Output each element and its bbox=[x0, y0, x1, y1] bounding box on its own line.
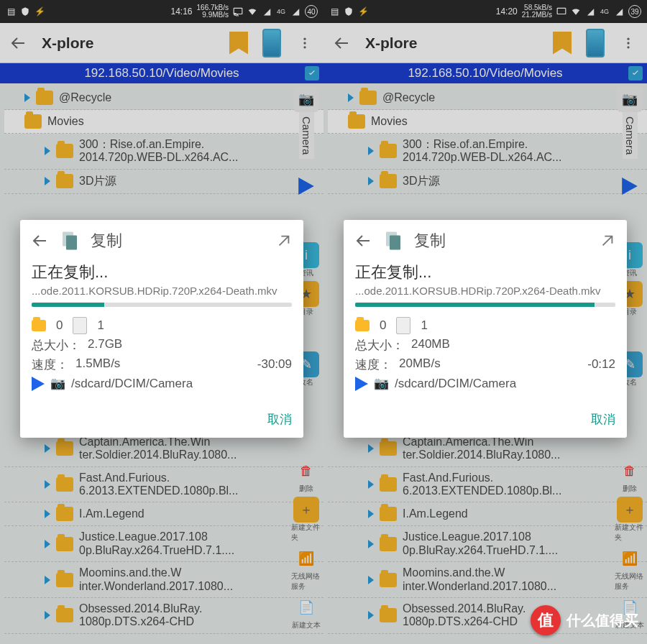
copy-filename: ...ode.2011.KORSUB.HDRip.720P.x264-Death… bbox=[355, 285, 615, 297]
file-count: 1 bbox=[421, 318, 427, 333]
size-label: 总大小： bbox=[355, 337, 404, 354]
speed-label: 速度： bbox=[32, 356, 68, 373]
copy-status: 正在复制... bbox=[32, 262, 292, 283]
copy-filename: ...ode.2011.KORSUB.HDRip.720P.x264-Death… bbox=[32, 285, 292, 297]
size-label: 总大小： bbox=[32, 337, 81, 354]
copy-icon bbox=[59, 230, 81, 252]
camera-icon: 📷 bbox=[374, 376, 389, 391]
copy-icon bbox=[382, 230, 404, 252]
folder-icon bbox=[355, 320, 370, 331]
size-value: 2.7GB bbox=[88, 337, 122, 354]
dialog-back-icon[interactable] bbox=[355, 232, 372, 249]
watermark: 值 什么值得买 bbox=[531, 605, 638, 635]
copy-dialog: 复制 正在复制... ...ode.2011.KORSUB.HDRip.720P… bbox=[20, 220, 303, 438]
folder-count: 0 bbox=[380, 318, 386, 333]
copy-status: 正在复制... bbox=[355, 262, 615, 283]
watermark-icon: 值 bbox=[531, 605, 561, 635]
progress-bar bbox=[32, 303, 292, 307]
speed-value: 20MB/s bbox=[399, 356, 441, 373]
svg-rect-11 bbox=[390, 236, 400, 250]
folder-icon bbox=[32, 320, 46, 331]
file-count: 1 bbox=[97, 318, 104, 333]
file-icon bbox=[396, 317, 410, 334]
dest-arrow-icon bbox=[355, 377, 368, 391]
cancel-button[interactable]: 取消 bbox=[591, 411, 615, 428]
speed-label: 速度： bbox=[355, 356, 392, 373]
screen-left: ▤ ⚡ 14:16 166.7kB/s9.9MB/s ◢ 4G ◢ 40 X-p… bbox=[0, 0, 324, 644]
progress-fill bbox=[32, 303, 104, 307]
dest-path: /sdcard/DCIM/Camera bbox=[395, 377, 516, 391]
eta-value: -30:09 bbox=[257, 357, 292, 372]
progress-bar bbox=[355, 303, 615, 307]
dialog-title: 复制 bbox=[91, 230, 266, 252]
dialog-arrow-icon[interactable] bbox=[600, 233, 615, 249]
folder-count: 0 bbox=[56, 318, 63, 333]
dialog-back-icon[interactable] bbox=[32, 232, 49, 249]
dialog-arrow-icon[interactable] bbox=[276, 233, 292, 249]
copy-dialog: 复制 正在复制... ...ode.2011.KORSUB.HDRip.720P… bbox=[344, 220, 627, 438]
dialog-title: 复制 bbox=[414, 230, 589, 252]
dest-arrow-icon bbox=[32, 377, 45, 391]
file-icon bbox=[73, 317, 87, 334]
size-value: 240MB bbox=[411, 337, 450, 354]
cancel-button[interactable]: 取消 bbox=[267, 411, 292, 428]
camera-icon: 📷 bbox=[50, 376, 65, 391]
watermark-text: 什么值得买 bbox=[566, 611, 638, 630]
svg-rect-5 bbox=[66, 236, 77, 250]
speed-value: 1.5MB/s bbox=[75, 356, 120, 373]
progress-fill bbox=[355, 303, 595, 307]
eta-value: -0:12 bbox=[587, 357, 615, 372]
screen-right: ▤ ⚡ 14:20 58.5kB/s21.2MB/s ◢ 4G ◢ 39 X-p… bbox=[324, 0, 647, 644]
dest-path: /sdcard/DCIM/Camera bbox=[71, 377, 193, 391]
